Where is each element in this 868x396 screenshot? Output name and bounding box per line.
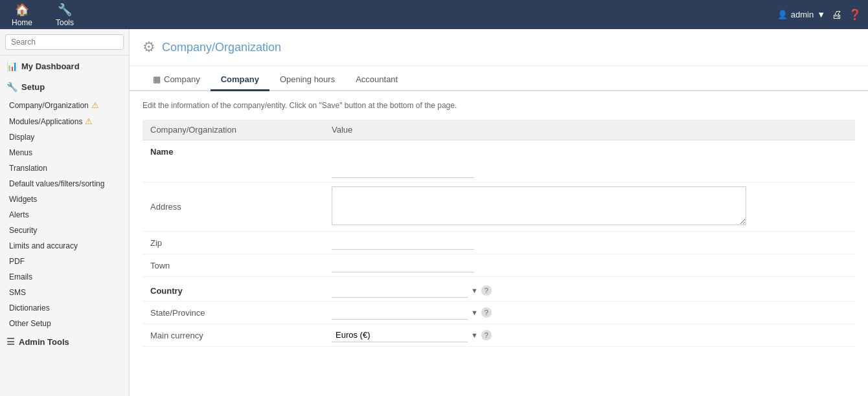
state-select[interactable] bbox=[332, 305, 468, 320]
sidebar-item-emails[interactable]: Emails bbox=[0, 269, 129, 285]
currency-select-arrow: ▼ bbox=[471, 331, 478, 339]
tab-company-edit-label: Company bbox=[221, 74, 259, 84]
tab-company-edit[interactable]: Company bbox=[211, 69, 269, 91]
tab-bar: ▦ Company Company Opening hours Accounta… bbox=[130, 69, 868, 91]
state-select-wrapper: ▼ ? bbox=[332, 305, 492, 320]
sidebar-item-menus[interactable]: Menus bbox=[0, 145, 129, 160]
sidebar-item-security[interactable]: Security bbox=[0, 223, 129, 238]
sidebar-item-pdf[interactable]: PDF bbox=[0, 254, 129, 269]
home-label: Home bbox=[12, 18, 32, 27]
sidebar-item-modules-apps[interactable]: Modules/Applications ⚠ bbox=[0, 113, 129, 129]
table-row: Address bbox=[143, 182, 855, 232]
table-row: Country ▼ ? bbox=[143, 277, 855, 302]
page-header: ⚙ Company/Organization bbox=[130, 29, 868, 66]
display-label: Display bbox=[9, 133, 34, 142]
setup-label: Setup bbox=[21, 82, 45, 92]
company-org-label: Company/Organization bbox=[9, 101, 89, 110]
address-textarea[interactable] bbox=[332, 186, 746, 225]
nav-tools[interactable]: 🔧 Tools bbox=[51, 0, 79, 30]
zip-value bbox=[324, 232, 855, 254]
home-icon: 🏠 bbox=[15, 3, 29, 17]
currency-value: Euros (€) ▼ ? bbox=[324, 324, 855, 347]
town-value bbox=[324, 254, 855, 277]
state-select-arrow: ▼ bbox=[471, 309, 478, 316]
address-value bbox=[324, 182, 855, 232]
sidebar-item-sms[interactable]: SMS bbox=[0, 285, 129, 300]
tools-icon: 🔧 bbox=[58, 3, 72, 17]
page-header-icon: ⚙ bbox=[143, 39, 155, 56]
form-description: Edit the information of the company/enti… bbox=[143, 101, 855, 110]
tab-accountant[interactable]: Accountant bbox=[345, 69, 408, 91]
sidebar-item-other-setup[interactable]: Other Setup bbox=[0, 316, 129, 331]
table-row: Zip bbox=[143, 232, 855, 254]
name-field-label bbox=[143, 160, 324, 182]
tab-opening-hours[interactable]: Opening hours bbox=[269, 69, 345, 91]
sidebar-item-alerts[interactable]: Alerts bbox=[0, 207, 129, 223]
table-header-row: Company/Organization Value bbox=[143, 120, 855, 140]
table-row: Town bbox=[143, 254, 855, 277]
table-row: Main currency Euros (€) ▼ ? bbox=[143, 324, 855, 347]
search-input[interactable] bbox=[5, 34, 124, 50]
menus-label: Menus bbox=[9, 148, 32, 157]
sidebar-section-admin-tools[interactable]: ☰ Admin Tools bbox=[0, 331, 129, 352]
tab-accountant-label: Accountant bbox=[356, 74, 398, 84]
help-question-icon[interactable]: ❓ bbox=[849, 8, 862, 21]
town-input[interactable] bbox=[332, 258, 474, 272]
country-select[interactable] bbox=[332, 283, 468, 298]
country-select-wrapper: ▼ ? bbox=[332, 283, 492, 298]
country-label: Country bbox=[143, 277, 324, 302]
main-content: ⚙ Company/Organization ▦ Company Company… bbox=[130, 29, 868, 396]
sidebar: 📊 My Dashboard 🔧 Setup Company/Organizat… bbox=[0, 29, 130, 396]
sidebar-section-setup[interactable]: 🔧 Setup bbox=[0, 76, 129, 97]
tab-company-list-label: Company bbox=[164, 74, 200, 84]
setup-icon: 🔧 bbox=[6, 82, 17, 92]
nav-home[interactable]: 🏠 Home bbox=[6, 0, 38, 30]
sidebar-item-translation[interactable]: Translation bbox=[0, 160, 129, 176]
sidebar-item-widgets[interactable]: Widgets bbox=[0, 192, 129, 207]
dashboard-icon: 📊 bbox=[6, 61, 17, 71]
top-navigation: 🏠 Home 🔧 Tools 👤 admin ▼ 🖨 ❓ bbox=[0, 0, 868, 29]
security-label: Security bbox=[9, 226, 37, 235]
sidebar-item-display[interactable]: Display bbox=[0, 129, 129, 145]
tab-company-list[interactable]: ▦ Company bbox=[143, 69, 211, 91]
user-dropdown-icon: ▼ bbox=[817, 10, 825, 19]
sidebar-item-company-org[interactable]: Company/Organization ⚠ bbox=[0, 97, 129, 113]
sidebar-search-container bbox=[0, 29, 129, 56]
sidebar-item-limits[interactable]: Limits and accuracy bbox=[0, 238, 129, 254]
page-title: Company/Organization bbox=[162, 41, 281, 54]
company-table: Company/Organization Value Name bbox=[143, 120, 855, 347]
default-values-label: Default values/filters/sorting bbox=[9, 179, 104, 188]
sidebar-item-default-values[interactable]: Default values/filters/sorting bbox=[0, 176, 129, 192]
town-label: Town bbox=[143, 254, 324, 277]
sidebar-item-dictionaries[interactable]: Dictionaries bbox=[0, 300, 129, 316]
address-label: Address bbox=[143, 182, 324, 232]
currency-select[interactable]: Euros (€) bbox=[332, 328, 468, 342]
warning-icon-company: ⚠ bbox=[91, 100, 99, 110]
zip-input[interactable] bbox=[332, 236, 474, 250]
nav-right: 👤 admin ▼ 🖨 ❓ bbox=[777, 8, 862, 21]
sidebar-item-my-dashboard[interactable]: 📊 My Dashboard bbox=[0, 56, 129, 76]
emails-label: Emails bbox=[9, 272, 32, 281]
currency-help-icon[interactable]: ? bbox=[481, 330, 492, 340]
country-help-icon[interactable]: ? bbox=[481, 285, 492, 296]
user-name: admin bbox=[791, 10, 814, 19]
country-value: ▼ ? bbox=[324, 277, 855, 302]
print-icon[interactable]: 🖨 bbox=[832, 9, 842, 21]
state-label: State/Province bbox=[143, 302, 324, 324]
sms-label: SMS bbox=[9, 288, 26, 297]
warning-icon-modules: ⚠ bbox=[85, 116, 93, 126]
state-value: ▼ ? bbox=[324, 302, 855, 324]
pdf-label: PDF bbox=[9, 257, 25, 266]
tools-label: Tools bbox=[56, 18, 74, 27]
widgets-label: Widgets bbox=[9, 195, 37, 204]
currency-label: Main currency bbox=[143, 324, 324, 347]
dashboard-label: My Dashboard bbox=[21, 61, 80, 71]
name-input[interactable] bbox=[332, 164, 474, 178]
user-menu[interactable]: 👤 admin ▼ bbox=[777, 10, 825, 19]
state-help-icon[interactable]: ? bbox=[481, 307, 492, 318]
col-header-value: Value bbox=[324, 120, 855, 140]
translation-label: Translation bbox=[9, 164, 47, 173]
col-header-company: Company/Organization bbox=[143, 120, 324, 140]
form-area: Edit the information of the company/enti… bbox=[130, 91, 868, 357]
name-section-label: Name bbox=[143, 140, 855, 160]
